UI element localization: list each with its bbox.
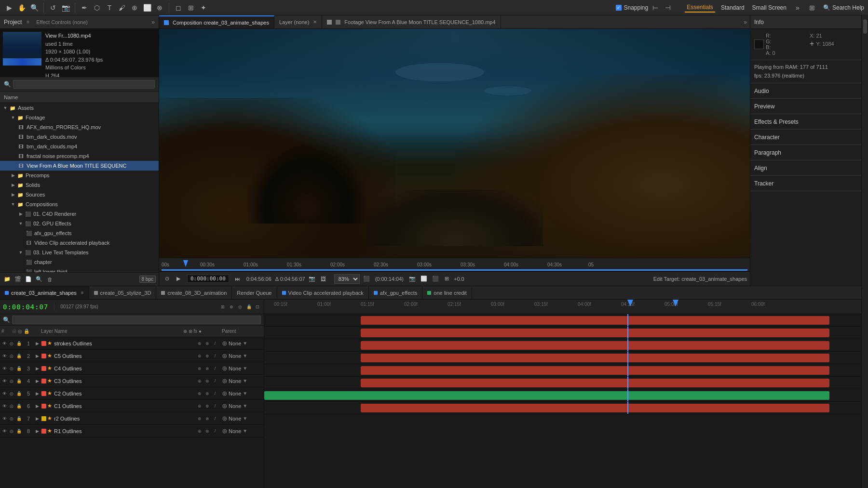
l6-c3[interactable]: / — [212, 403, 218, 409]
tree-item-file-4[interactable]: 🎞 fractal noise precomp.mp4 — [0, 151, 159, 161]
tree-item-live-child-1[interactable]: ⬛ chapter — [0, 257, 159, 267]
l7-c3[interactable]: / — [212, 415, 218, 422]
effects-presets-section[interactable]: Effects & Presets — [750, 114, 868, 130]
comp-tab1-close[interactable]: ≡ — [81, 290, 84, 295]
l6-c2[interactable]: ⊗ — [204, 403, 211, 409]
layer5-solo[interactable]: ◎ — [8, 390, 15, 397]
solo-btn[interactable]: ◎ — [237, 303, 244, 310]
workspace-grid[interactable]: ⊞ — [807, 2, 817, 13]
l3-c1[interactable]: ⊕ — [196, 365, 203, 372]
audio-section[interactable]: Audio — [750, 83, 868, 99]
panel-close[interactable]: » — [151, 19, 155, 26]
snapshot-btn[interactable]: 📷 — [307, 274, 317, 284]
brush-tool[interactable]: 🖌 — [117, 2, 127, 13]
comp-tab-afx[interactable]: afx_gpu_effects — [369, 286, 422, 300]
parent8-dropdown[interactable]: ▼ — [243, 428, 247, 434]
eraser-tool[interactable]: ⬜ — [142, 2, 152, 13]
l3-c3[interactable]: / — [212, 365, 218, 372]
project-menu-icon[interactable]: ≡ — [27, 19, 29, 25]
project-tree[interactable]: ▼ 📁 Assets ▼ 📁 Footage 🎞 AFX_demo_PRORES… — [0, 103, 159, 272]
parent4-dropdown[interactable]: ▼ — [243, 378, 247, 383]
l4-c3[interactable]: / — [212, 378, 218, 384]
tree-item-live-child-2[interactable]: ⬛ left lower third — [0, 267, 159, 272]
transparency-btn[interactable]: ⬜ — [419, 274, 429, 284]
mask-tool[interactable]: ⬡ — [92, 2, 102, 13]
tree-item-precomps[interactable]: ▶ 📁 Precomps — [0, 171, 159, 180]
comp-tab-olc[interactable]: one line credit — [422, 286, 472, 300]
layer8-solo[interactable]: ◎ — [8, 428, 15, 435]
preview-section[interactable]: Preview — [750, 99, 868, 114]
l5-c3[interactable]: / — [212, 390, 218, 397]
rotate-tool[interactable]: ↺ — [48, 2, 58, 13]
l5-c2[interactable]: ⊗ — [204, 390, 211, 397]
tree-item-file-2[interactable]: 🎞 bm_dark_clouds.mov — [0, 132, 159, 142]
layer2-expand-btn[interactable]: ▶ — [34, 353, 41, 359]
character-section[interactable]: Character — [750, 130, 868, 145]
tree-item-solids[interactable]: ▶ 📁 Solids — [0, 180, 159, 190]
layer6-lock[interactable]: 🔒 — [15, 403, 22, 409]
tree-item-file-1[interactable]: 🎞 AFX_demo_PRORES_HQ.mov — [0, 122, 159, 132]
skip-forward-btn[interactable]: ⏭ — [233, 274, 243, 284]
camera-btn[interactable]: 📷 — [407, 274, 417, 284]
shape-tool[interactable]: ◻ — [173, 2, 184, 13]
current-time-display[interactable]: 0:00:04:07 — [3, 303, 48, 311]
tree-item-c4d[interactable]: ▶ ⬛ 01. C4D Renderer — [0, 209, 159, 219]
l7-c2[interactable]: ⊗ — [204, 415, 211, 422]
layer1-eye[interactable]: 👁 — [1, 340, 8, 347]
new-folder-btn[interactable]: 📁 — [3, 275, 12, 284]
camera-tool[interactable]: 📷 — [60, 2, 71, 13]
workspace-small-screen[interactable]: Small Screen — [750, 3, 788, 12]
layer8-lock[interactable]: 🔒 — [15, 428, 22, 435]
comp-tab-vcap[interactable]: Video Clip accelerated playback — [277, 286, 369, 300]
parent5-dropdown[interactable]: ▼ — [243, 391, 247, 396]
show-snapshot-btn[interactable]: 🖼 — [319, 274, 328, 284]
new-comp-btn[interactable]: 🎬 — [14, 275, 22, 284]
l6-c1[interactable]: ⊕ — [196, 403, 203, 409]
l3-c2[interactable]: ⊗ — [204, 365, 211, 372]
l8-c1[interactable]: ⊕ — [196, 428, 203, 435]
parent-dropdown[interactable]: ▼ — [243, 341, 247, 346]
align-tool[interactable]: ⊞ — [186, 2, 196, 13]
comp-options-btn[interactable]: ⊕ — [228, 303, 235, 310]
search-project-input[interactable] — [13, 80, 155, 89]
l1-c2[interactable]: ⊗ — [204, 340, 211, 347]
new-item-btn[interactable]: 📄 — [24, 275, 33, 284]
layer5-eye[interactable]: 👁 — [1, 390, 8, 397]
timeline-scrollbar[interactable] — [861, 300, 868, 488]
pen-tool[interactable]: ✒ — [79, 2, 90, 13]
resolution-btn[interactable]: ⬛ — [362, 274, 371, 284]
layer3-expand-btn[interactable]: ▶ — [34, 365, 41, 372]
l8-c2[interactable]: ⊗ — [204, 428, 211, 435]
layer2-eye[interactable]: 👁 — [1, 353, 8, 359]
tree-item-file-5[interactable]: 🎞 View From A Blue Moon TITLE SEQUENC — [0, 161, 159, 171]
comp-tab-2[interactable]: create_05_stylize_3D — [89, 286, 157, 300]
feather-tool[interactable]: ✦ — [198, 2, 209, 13]
layer5-lock[interactable]: 🔒 — [15, 390, 22, 397]
tab-composition[interactable]: Composition create_03_animate_shapes — [159, 15, 274, 29]
tab-layer[interactable]: Layer (none) ✕ — [274, 15, 322, 29]
parent2-dropdown[interactable]: ▼ — [243, 353, 247, 358]
paragraph-section[interactable]: Paragraph — [750, 145, 868, 160]
layer8-eye[interactable]: 👁 — [1, 428, 8, 435]
layer7-solo[interactable]: ◎ — [8, 415, 15, 422]
workspace-more[interactable]: » — [792, 2, 803, 13]
l4-c1[interactable]: ⊕ — [196, 378, 203, 384]
snapping-options[interactable]: ⊢ — [650, 2, 661, 13]
tree-item-file-3[interactable]: 🎞 bm_dark_clouds.mp4 — [0, 142, 159, 151]
layer3-eye[interactable]: 👁 — [1, 365, 8, 372]
layer1-expand-btn[interactable]: ▶ — [34, 340, 41, 347]
grid-btn[interactable]: ⊞ — [442, 274, 452, 284]
l2-c1[interactable]: ⊕ — [196, 353, 203, 359]
tree-item-gpu[interactable]: ▼ ⬛ 02. GPU Effects — [0, 219, 159, 228]
hand-tool[interactable]: ✋ — [16, 2, 27, 13]
play-pause-btn[interactable]: ▶ — [174, 274, 183, 284]
layer7-eye[interactable]: 👁 — [1, 415, 8, 422]
l4-c2[interactable]: ⊗ — [204, 378, 211, 384]
text-tool[interactable]: T — [104, 2, 115, 13]
tree-item-assets[interactable]: ▼ 📁 Assets — [0, 103, 159, 113]
layer3-lock[interactable]: 🔒 — [15, 365, 22, 372]
layer3-solo[interactable]: ◎ — [8, 365, 15, 372]
layer4-eye[interactable]: 👁 — [1, 378, 8, 384]
layer4-solo[interactable]: ◎ — [8, 378, 15, 384]
parent7-dropdown[interactable]: ▼ — [243, 416, 247, 421]
